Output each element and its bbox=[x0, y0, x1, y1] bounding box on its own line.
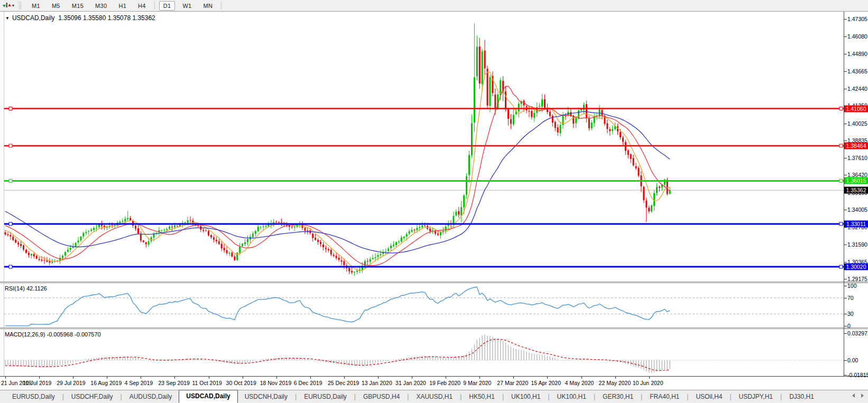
tab-eurusd-daily[interactable]: EURUSD,Daily bbox=[5, 391, 62, 402]
tab-xauusd-h1[interactable]: XAUUSD,H1 bbox=[409, 391, 459, 402]
macd-label: MACD(12,26,9) -0.005968 -0.007570 bbox=[5, 331, 101, 338]
time-tick-mark bbox=[649, 377, 650, 379]
hline-price-label: 1.41060 bbox=[844, 105, 868, 112]
date-label: 9 Mar 2020 bbox=[463, 380, 491, 386]
axis-tick-mark bbox=[844, 360, 847, 361]
time-tick-mark bbox=[446, 377, 446, 379]
macd-signal-line bbox=[5, 339, 670, 370]
tab-scroll-arrows bbox=[852, 393, 864, 398]
date-label: 15 Apr 2020 bbox=[531, 380, 561, 386]
timeframe-button-h4[interactable]: H4 bbox=[134, 1, 150, 11]
tab-usdcad-daily[interactable]: USDCAD,Daily bbox=[179, 390, 237, 403]
toolbar-dropdown-caret-icon[interactable]: ▾ bbox=[12, 3, 14, 8]
time-tick-mark bbox=[174, 377, 175, 379]
chart-tab-bar: EURUSD,Daily|USDCHF,Daily|AUDUSD,DailyUS… bbox=[0, 390, 868, 403]
tab-eurusd-daily[interactable]: EURUSD,Daily bbox=[297, 391, 354, 402]
price-tick-label: 1.31590 bbox=[847, 241, 867, 248]
chart-title: ▼USDCAD,Daily 1.35096 1.35580 1.35078 1.… bbox=[5, 14, 155, 22]
price-tick-label: 1.44890 bbox=[847, 51, 867, 57]
hline-handle bbox=[9, 222, 12, 226]
chart-symbol-period: USDCAD,Daily bbox=[12, 14, 55, 22]
axis-tick-mark bbox=[844, 286, 847, 286]
timeframe-button-h1[interactable]: H1 bbox=[114, 1, 131, 11]
time-tick-mark bbox=[412, 377, 412, 379]
price-tick-label: 1.43665 bbox=[847, 68, 867, 74]
tab-scroll-right-icon[interactable] bbox=[861, 393, 864, 398]
price-arrows-icon[interactable] bbox=[2, 2, 12, 10]
time-tick-mark bbox=[5, 377, 6, 379]
date-label: 22 May 2020 bbox=[599, 380, 631, 386]
timeframe-button-m15[interactable]: M15 bbox=[68, 1, 88, 11]
tab-usdcnh-daily[interactable]: USDCNH,Daily bbox=[238, 391, 294, 402]
timeframe-button-m5[interactable]: M5 bbox=[48, 1, 64, 11]
hline-handle bbox=[9, 179, 12, 182]
macd-panel-separator[interactable] bbox=[0, 327, 868, 329]
price-tick-label: 1.46080 bbox=[847, 33, 867, 40]
time-tick-mark bbox=[209, 377, 209, 379]
timeframe-button-m1[interactable]: M1 bbox=[27, 1, 44, 11]
hline-handle bbox=[839, 222, 843, 226]
time-tick-mark bbox=[581, 377, 582, 379]
ma-6-line bbox=[5, 72, 670, 270]
time-tick-mark bbox=[547, 377, 548, 379]
axis-tick-mark bbox=[844, 314, 847, 314]
tab-dj30-h1[interactable]: DJ30,H1 bbox=[782, 391, 821, 402]
timeframe-button-d1[interactable]: D1 bbox=[159, 1, 176, 11]
rsi-line bbox=[5, 287, 670, 326]
chart-canvas[interactable] bbox=[0, 0, 868, 403]
collapse-triangle-icon[interactable]: ▼ bbox=[5, 16, 10, 21]
rsi-panel-separator[interactable] bbox=[0, 282, 868, 283]
date-label: 6 Dec 2019 bbox=[294, 380, 322, 386]
tab-uk100-h1[interactable]: UK100,H1 bbox=[504, 391, 547, 402]
axis-tick-mark bbox=[844, 262, 847, 263]
timeframe-button-m30[interactable]: M30 bbox=[91, 1, 111, 11]
axis-tick-mark bbox=[844, 375, 847, 376]
tab-ger30-h1[interactable]: GER30,H1 bbox=[596, 391, 640, 402]
tab-gbpusd-h4[interactable]: GBPUSD,H4 bbox=[356, 391, 407, 402]
toolbar-grip-handle[interactable] bbox=[19, 2, 21, 10]
date-label: 31 Jan 2020 bbox=[395, 380, 426, 386]
top-toolbar: ▾ M1M5M15M30H1H4D1W1MN bbox=[0, 0, 868, 12]
axis-tick-mark bbox=[844, 210, 847, 210]
tab-usoil-h4[interactable]: USOil,H4 bbox=[689, 391, 729, 402]
tab-fra40-h1[interactable]: FRA40,H1 bbox=[643, 391, 686, 402]
tab-uk100-h1[interactable]: UK100,H1 bbox=[550, 391, 593, 402]
date-label: 30 Oct 2019 bbox=[226, 380, 256, 386]
tab-scroll-left-icon[interactable] bbox=[852, 393, 855, 398]
axis-tick-mark bbox=[844, 140, 847, 141]
hline-price-label: 1.38464 bbox=[844, 142, 868, 149]
tab-hk50-h1[interactable]: HK50,H1 bbox=[462, 391, 502, 402]
axis-tick-mark bbox=[844, 19, 847, 20]
tab-audusd-daily[interactable]: AUDUSD,Daily bbox=[123, 391, 179, 402]
toolbar-divider bbox=[221, 2, 221, 10]
axis-tick-mark bbox=[844, 54, 847, 54]
date-label: 19 Feb 2020 bbox=[429, 380, 460, 386]
time-tick-mark bbox=[39, 377, 40, 379]
ma-50-line bbox=[5, 111, 670, 253]
hline-handle bbox=[839, 265, 843, 268]
date-label: 16 Aug 2019 bbox=[90, 380, 122, 386]
time-tick-mark bbox=[141, 377, 141, 379]
rsi-tick-label: 30 bbox=[847, 311, 854, 317]
timeframe-button-w1[interactable]: W1 bbox=[178, 1, 196, 11]
time-tick-mark bbox=[344, 377, 345, 379]
time-tick-mark bbox=[378, 377, 378, 379]
date-label: 18 Nov 2019 bbox=[260, 380, 292, 386]
hline-price-label: 1.36015 bbox=[844, 177, 868, 184]
hline-handle bbox=[9, 107, 12, 110]
tab-usdchf-daily[interactable]: USDCHF,Daily bbox=[64, 391, 120, 402]
date-label: 25 Dec 2019 bbox=[328, 380, 359, 386]
timeframe-button-mn[interactable]: MN bbox=[199, 1, 217, 11]
tab-usdjpy-h1[interactable]: USDJPY,H1 bbox=[732, 391, 780, 402]
rsi-panel bbox=[4, 287, 844, 326]
date-label: 11 Oct 2019 bbox=[192, 380, 222, 386]
hline-price-label: 1.30020 bbox=[844, 264, 868, 270]
date-label: 23 Sep 2019 bbox=[158, 380, 190, 386]
date-label: 10 Jun 2020 bbox=[633, 380, 663, 386]
price-tick-label: 1.42440 bbox=[847, 86, 867, 92]
time-axis-border bbox=[0, 376, 868, 377]
price-tick-label: 1.40025 bbox=[847, 120, 867, 127]
time-tick-mark bbox=[276, 377, 277, 379]
price-tick-label: 1.29175 bbox=[847, 276, 867, 282]
hline-handle bbox=[9, 144, 12, 147]
